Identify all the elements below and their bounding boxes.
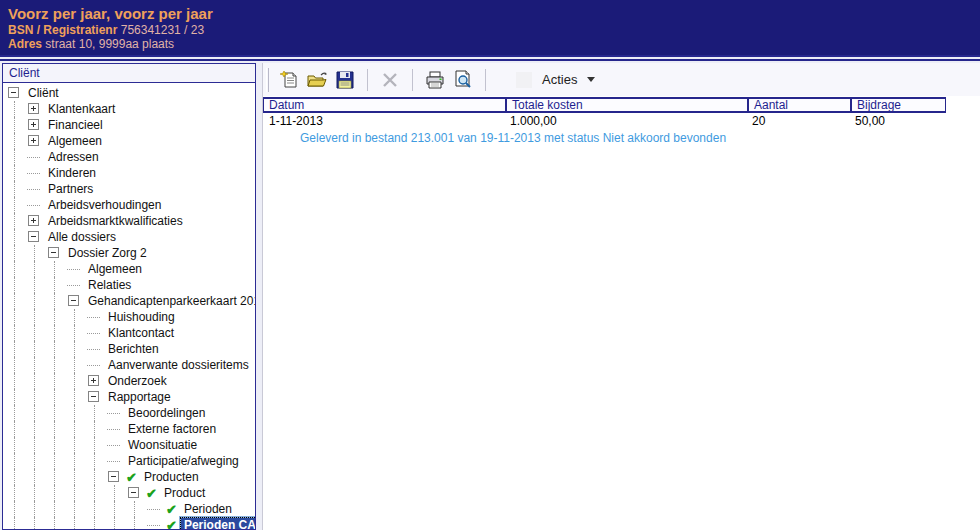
tree-item-klantenkaart[interactable]: Klantenkaart [5,101,255,117]
toolbar-separator [485,69,486,91]
tree-connector [85,341,105,357]
tree-guide-line [65,389,85,405]
tree-item-label: Arbeidsverhoudingen [45,198,164,212]
tree-guide-line [5,197,25,213]
tree-guide-line [45,389,65,405]
tree-item-cli-nt[interactable]: Cliënt [5,85,255,101]
expand-plus-box[interactable] [25,213,45,229]
tree-item-berichten[interactable]: Berichten [5,341,255,357]
tree-item-beoordelingen[interactable]: Beoordelingen [5,405,255,421]
tree-item-algemeen[interactable]: Algemeen [5,133,255,149]
tree-guide-line [45,453,65,469]
tree-guide-line [5,293,25,309]
tree-item-rapportage[interactable]: Rapportage [5,389,255,405]
tree-guide-line [25,309,45,325]
tree-guide-line [105,517,125,530]
tree-item-arbeidsverhoudingen[interactable]: Arbeidsverhoudingen [5,197,255,213]
open-folder-icon [307,71,327,89]
tree-item-perioden[interactable]: ✔Perioden [5,501,255,517]
tree-guide-line [25,501,45,517]
tree-guide-line [5,309,25,325]
tree-item-alle-dossiers[interactable]: Alle dossiers [5,229,255,245]
print-preview-button[interactable] [449,67,477,93]
collapse-minus-box[interactable] [25,229,45,245]
tree-item-gehandicaptenparkeerkaart-2013-59[interactable]: Gehandicaptenparkeerkaart 2013_59 [5,293,255,309]
tree-connector [105,421,125,437]
tree-guide-line [5,437,25,453]
tree-item-participatie-afweging[interactable]: Participatie/afweging [5,453,255,469]
column-header-totale-kosten[interactable]: Totale kosten [505,99,747,111]
delete-button[interactable] [376,67,404,93]
tree-guide-line [5,453,25,469]
collapse-minus-box[interactable] [65,293,85,309]
check-icon: ✔ [126,470,137,485]
tree-item-perioden-cak[interactable]: ✔Perioden CAK [5,517,255,530]
tree-item-label: Algemeen [85,262,145,276]
tree-item-kinderen[interactable]: Kinderen [5,165,255,181]
tree-connector [25,197,45,213]
collapse-minus-box[interactable] [45,245,65,261]
tree-item-label: Huishouding [105,310,178,324]
tree-panel-caption: Cliënt [3,64,255,83]
tree-item-producten[interactable]: ✔Producten [5,469,255,485]
expand-plus-box[interactable] [25,117,45,133]
tree-item-financieel[interactable]: Financieel [5,117,255,133]
collapse-minus-box[interactable] [105,469,125,485]
tree-item-label: Externe factoren [125,422,219,436]
print-button[interactable] [421,67,449,93]
collapse-minus-box[interactable] [85,389,105,405]
tree-guide-line [45,261,65,277]
tree-item-onderzoek[interactable]: Onderzoek [5,373,255,389]
tree-guide-line [25,453,45,469]
tree-item-label: Onderzoek [105,374,170,388]
banner-bsn-line: BSN / Registratienr 756341231 / 23 [8,23,980,37]
acties-button[interactable]: Acties [508,68,603,92]
tree-guide-line [25,293,45,309]
toolbar-grip[interactable] [266,68,269,92]
print-icon [425,71,445,89]
tree-guide-line [105,485,125,501]
column-header-bijdrage[interactable]: Bijdrage [850,99,947,111]
collapse-minus-box[interactable] [125,485,145,501]
acties-label: Acties [542,72,577,87]
tree-guide-line [65,437,85,453]
expand-plus-box[interactable] [25,101,45,117]
table-row[interactable]: 1-11-20131.000,002050,00 [263,114,946,129]
tree-guide-line [25,405,45,421]
chevron-down-icon [587,77,595,82]
tree-item-label: Relaties [85,278,134,292]
open-button[interactable] [303,67,331,93]
tree-item-arbeidsmarktkwalificaties[interactable]: Arbeidsmarktkwalificaties [5,213,255,229]
tree-guide-line [5,117,25,133]
tree-item-partners[interactable]: Partners [5,181,255,197]
tree-guide-line [5,165,25,181]
tree-guide-line [85,453,105,469]
tree-item-woonsituatie[interactable]: Woonsituatie [5,437,255,453]
toolbar-separator [367,69,368,91]
tree-guide-line [5,133,25,149]
expand-plus-box[interactable] [25,133,45,149]
tree-item-klantcontact[interactable]: Klantcontact [5,325,255,341]
tree-item-adressen[interactable]: Adressen [5,149,255,165]
application-window: Voorz per jaar, voorz per jaar BSN / Reg… [0,0,980,530]
tree-item-relaties[interactable]: Relaties [5,277,255,293]
tree-item-huishouding[interactable]: Huishouding [5,309,255,325]
tree-item-algemeen[interactable]: Algemeen [5,261,255,277]
tree-item-dossier-zorg-2[interactable]: Dossier Zorg 2 [5,245,255,261]
column-header-datum[interactable]: Datum [264,99,505,111]
tree-guide-line [45,357,65,373]
tree-guide-line [5,501,25,517]
save-button[interactable] [331,67,359,93]
new-document-button[interactable] [275,67,303,93]
column-header-aantal[interactable]: Aantal [747,99,850,111]
tree-item-label: Product [161,486,208,500]
tree-guide-line [5,245,25,261]
tree-guide-line [45,485,65,501]
tree-guide-line [5,277,25,293]
tree-item-product[interactable]: ✔Product [5,485,255,501]
tree-item-externe-factoren[interactable]: Externe factoren [5,421,255,437]
tree-item-aanverwante-dossieritems[interactable]: Aanverwante dossieritems [5,357,255,373]
expand-plus-box[interactable] [85,373,105,389]
collapse-minus-box[interactable] [5,85,25,101]
tree-guide-line [45,325,65,341]
